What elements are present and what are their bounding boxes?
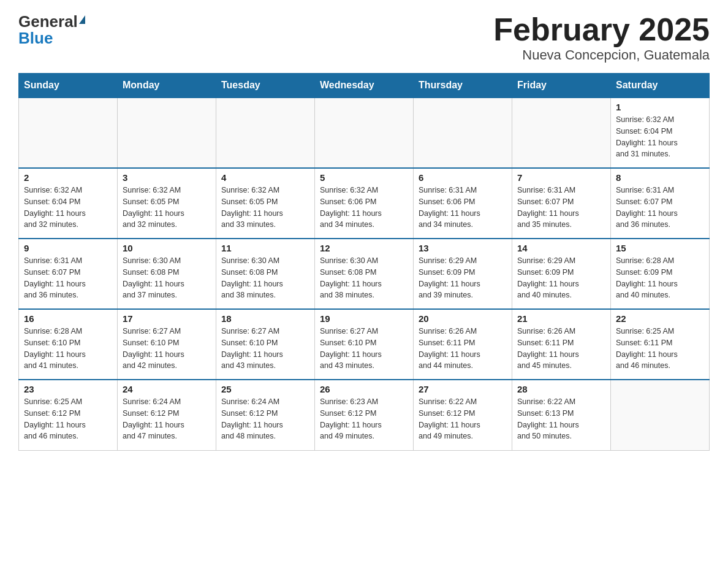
day-number: 4	[221, 172, 309, 183]
day-number: 12	[320, 243, 408, 253]
header-thursday: Thursday	[414, 74, 512, 98]
table-row: 24Sunrise: 6:24 AMSunset: 6:12 PMDayligh…	[118, 380, 216, 450]
table-row: 23Sunrise: 6:25 AMSunset: 6:12 PMDayligh…	[19, 380, 118, 450]
day-info: Sunrise: 6:29 AMSunset: 6:09 PMDaylight:…	[419, 255, 507, 301]
table-row	[414, 98, 512, 168]
day-info: Sunrise: 6:24 AMSunset: 6:12 PMDaylight:…	[123, 396, 211, 442]
day-info: Sunrise: 6:32 AMSunset: 6:04 PMDaylight:…	[616, 114, 704, 160]
table-row: 13Sunrise: 6:29 AMSunset: 6:09 PMDayligh…	[414, 239, 512, 309]
table-row: 18Sunrise: 6:27 AMSunset: 6:10 PMDayligh…	[216, 309, 315, 380]
header-friday: Friday	[512, 74, 611, 98]
header-saturday: Saturday	[611, 74, 710, 98]
day-number: 16	[24, 313, 112, 324]
table-row: 20Sunrise: 6:26 AMSunset: 6:11 PMDayligh…	[414, 309, 512, 380]
day-number: 7	[517, 172, 605, 183]
table-row: 19Sunrise: 6:27 AMSunset: 6:10 PMDayligh…	[315, 309, 414, 380]
table-row: 12Sunrise: 6:30 AMSunset: 6:08 PMDayligh…	[315, 239, 414, 309]
day-info: Sunrise: 6:30 AMSunset: 6:08 PMDaylight:…	[320, 255, 408, 301]
day-info: Sunrise: 6:22 AMSunset: 6:13 PMDaylight:…	[517, 396, 605, 442]
day-info: Sunrise: 6:31 AMSunset: 6:07 PMDaylight:…	[24, 255, 112, 301]
day-info: Sunrise: 6:26 AMSunset: 6:11 PMDaylight:…	[419, 326, 507, 372]
day-info: Sunrise: 6:27 AMSunset: 6:10 PMDaylight:…	[221, 326, 309, 372]
day-number: 20	[419, 313, 507, 324]
table-row: 2Sunrise: 6:32 AMSunset: 6:04 PMDaylight…	[19, 168, 118, 239]
table-row: 9Sunrise: 6:31 AMSunset: 6:07 PMDaylight…	[19, 239, 118, 309]
day-info: Sunrise: 6:30 AMSunset: 6:08 PMDaylight:…	[123, 255, 211, 301]
day-number: 13	[419, 243, 507, 253]
day-number: 17	[123, 313, 211, 324]
day-number: 24	[123, 384, 211, 394]
table-row	[315, 98, 414, 168]
day-info: Sunrise: 6:31 AMSunset: 6:07 PMDaylight:…	[517, 185, 605, 231]
table-row: 22Sunrise: 6:25 AMSunset: 6:11 PMDayligh…	[611, 309, 710, 380]
day-number: 9	[24, 243, 112, 253]
header-wednesday: Wednesday	[315, 74, 414, 98]
title-block: February 2025 Nueva Concepcion, Guatemal…	[493, 12, 710, 63]
table-row: 8Sunrise: 6:31 AMSunset: 6:07 PMDaylight…	[611, 168, 710, 239]
day-info: Sunrise: 6:24 AMSunset: 6:12 PMDaylight:…	[221, 396, 309, 442]
table-row: 11Sunrise: 6:30 AMSunset: 6:08 PMDayligh…	[216, 239, 315, 309]
day-number: 27	[419, 384, 507, 394]
day-number: 28	[517, 384, 605, 394]
table-row: 17Sunrise: 6:27 AMSunset: 6:10 PMDayligh…	[118, 309, 216, 380]
day-info: Sunrise: 6:25 AMSunset: 6:12 PMDaylight:…	[24, 396, 112, 442]
day-number: 8	[616, 172, 704, 183]
table-row: 1Sunrise: 6:32 AMSunset: 6:04 PMDaylight…	[611, 98, 710, 168]
day-info: Sunrise: 6:30 AMSunset: 6:08 PMDaylight:…	[221, 255, 309, 301]
table-row: 4Sunrise: 6:32 AMSunset: 6:05 PMDaylight…	[216, 168, 315, 239]
day-info: Sunrise: 6:25 AMSunset: 6:11 PMDaylight:…	[616, 326, 704, 372]
day-number: 10	[123, 243, 211, 253]
calendar-header: Sunday Monday Tuesday Wednesday Thursday…	[19, 74, 710, 98]
day-number: 1	[616, 102, 704, 112]
calendar-body: 1Sunrise: 6:32 AMSunset: 6:04 PMDaylight…	[19, 98, 710, 450]
logo: General Blue	[18, 12, 85, 48]
header-monday: Monday	[118, 74, 216, 98]
day-info: Sunrise: 6:28 AMSunset: 6:10 PMDaylight:…	[24, 326, 112, 372]
header-tuesday: Tuesday	[216, 74, 315, 98]
table-row	[216, 98, 315, 168]
day-number: 18	[221, 313, 309, 324]
day-info: Sunrise: 6:29 AMSunset: 6:09 PMDaylight:…	[517, 255, 605, 301]
table-row: 10Sunrise: 6:30 AMSunset: 6:08 PMDayligh…	[118, 239, 216, 309]
day-info: Sunrise: 6:28 AMSunset: 6:09 PMDaylight:…	[616, 255, 704, 301]
table-row: 3Sunrise: 6:32 AMSunset: 6:05 PMDaylight…	[118, 168, 216, 239]
table-row: 26Sunrise: 6:23 AMSunset: 6:12 PMDayligh…	[315, 380, 414, 450]
day-number: 22	[616, 313, 704, 324]
day-info: Sunrise: 6:26 AMSunset: 6:11 PMDaylight:…	[517, 326, 605, 372]
day-number: 19	[320, 313, 408, 324]
day-number: 15	[616, 243, 704, 253]
table-row: 25Sunrise: 6:24 AMSunset: 6:12 PMDayligh…	[216, 380, 315, 450]
day-info: Sunrise: 6:32 AMSunset: 6:05 PMDaylight:…	[221, 185, 309, 231]
table-row: 27Sunrise: 6:22 AMSunset: 6:12 PMDayligh…	[414, 380, 512, 450]
day-info: Sunrise: 6:31 AMSunset: 6:06 PMDaylight:…	[419, 185, 507, 231]
day-info: Sunrise: 6:22 AMSunset: 6:12 PMDaylight:…	[419, 396, 507, 442]
header-sunday: Sunday	[19, 74, 118, 98]
table-row	[512, 98, 611, 168]
day-number: 5	[320, 172, 408, 183]
day-number: 21	[517, 313, 605, 324]
page-header: General Blue February 2025 Nueva Concepc…	[18, 12, 710, 63]
day-info: Sunrise: 6:23 AMSunset: 6:12 PMDaylight:…	[320, 396, 408, 442]
calendar-title: February 2025	[493, 12, 710, 47]
table-row: 6Sunrise: 6:31 AMSunset: 6:06 PMDaylight…	[414, 168, 512, 239]
day-number: 14	[517, 243, 605, 253]
day-number: 2	[24, 172, 112, 183]
table-row: 7Sunrise: 6:31 AMSunset: 6:07 PMDaylight…	[512, 168, 611, 239]
day-info: Sunrise: 6:32 AMSunset: 6:04 PMDaylight:…	[24, 185, 112, 231]
day-info: Sunrise: 6:27 AMSunset: 6:10 PMDaylight:…	[123, 326, 211, 372]
logo-triangle-icon	[79, 15, 85, 24]
day-number: 25	[221, 384, 309, 394]
day-number: 6	[419, 172, 507, 183]
day-info: Sunrise: 6:32 AMSunset: 6:06 PMDaylight:…	[320, 185, 408, 231]
table-row: 16Sunrise: 6:28 AMSunset: 6:10 PMDayligh…	[19, 309, 118, 380]
calendar-subtitle: Nueva Concepcion, Guatemala	[493, 47, 710, 63]
calendar-table: Sunday Monday Tuesday Wednesday Thursday…	[18, 73, 710, 451]
table-row	[19, 98, 118, 168]
table-row	[118, 98, 216, 168]
day-number: 11	[221, 243, 309, 253]
table-row: 28Sunrise: 6:22 AMSunset: 6:13 PMDayligh…	[512, 380, 611, 450]
table-row: 21Sunrise: 6:26 AMSunset: 6:11 PMDayligh…	[512, 309, 611, 380]
table-row: 14Sunrise: 6:29 AMSunset: 6:09 PMDayligh…	[512, 239, 611, 309]
day-info: Sunrise: 6:31 AMSunset: 6:07 PMDaylight:…	[616, 185, 704, 231]
day-number: 23	[24, 384, 112, 394]
